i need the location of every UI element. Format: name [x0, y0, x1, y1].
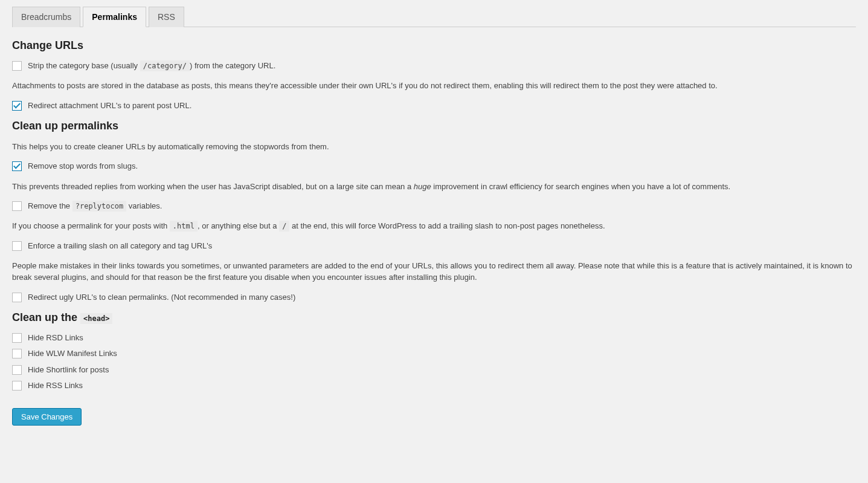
checkbox-hide-rsd[interactable]	[12, 333, 22, 343]
checkbox-hide-wlw[interactable]	[12, 349, 22, 358]
checkbox-hide-shortlink[interactable]	[12, 365, 22, 375]
description-trailing-slash: If you choose a permalink for your posts…	[12, 220, 856, 232]
tab-permalinks[interactable]: Permalinks	[83, 7, 146, 27]
description-stop-words: This helps you to create cleaner URLs by…	[12, 141, 856, 153]
checkbox-strip-category[interactable]	[12, 61, 22, 71]
label-hide-shortlink: Hide Shortlink for posts	[28, 365, 109, 375]
description-redirect-ugly: People make mistakes in their links towa…	[12, 260, 856, 284]
checkbox-stop-words[interactable]	[12, 161, 22, 171]
checkbox-redirect-ugly[interactable]	[12, 293, 22, 302]
tab-rss[interactable]: RSS	[149, 7, 184, 27]
label-strip-category: Strip the category base (usually /catego…	[28, 60, 275, 71]
heading-change-urls: Change URLs	[12, 39, 856, 52]
label-hide-wlw: Hide WLW Manifest Links	[28, 348, 117, 359]
save-changes-button[interactable]: Save Changes	[12, 408, 82, 426]
label-hide-rsd: Hide RSD Links	[28, 332, 83, 343]
section-clean-head: Clean up the <head> Hide RSD Links Hide …	[12, 311, 856, 391]
tab-nav: Breadcrumbs Permalinks RSS	[12, 6, 856, 27]
heading-clean-permalinks: Clean up permalinks	[12, 120, 856, 132]
checkbox-redirect-attachment[interactable]	[12, 101, 22, 111]
label-hide-rss: Hide RSS Links	[28, 380, 83, 391]
label-redirect-attachment: Redirect attachment URL's to parent post…	[28, 100, 191, 111]
label-trailing-slash: Enforce a trailing slash on all category…	[28, 241, 212, 251]
section-clean-permalinks: Clean up permalinks This helps you to cr…	[12, 120, 856, 303]
label-replytocom: Remove the ?replytocom variables.	[28, 201, 162, 212]
section-change-urls: Change URLs Strip the category base (usu…	[12, 39, 856, 111]
description-redirect-attachment: Attachments to posts are stored in the d…	[12, 80, 856, 92]
tab-breadcrumbs[interactable]: Breadcrumbs	[12, 7, 80, 27]
heading-clean-head: Clean up the <head>	[12, 311, 856, 324]
description-replytocom: This prevents threaded replies from work…	[12, 181, 856, 193]
label-stop-words: Remove stop words from slugs.	[28, 161, 138, 172]
checkbox-hide-rss[interactable]	[12, 381, 22, 391]
checkbox-trailing-slash[interactable]	[12, 241, 22, 251]
checkbox-replytocom[interactable]	[12, 201, 22, 211]
label-redirect-ugly: Redirect ugly URL's to clean permalinks.…	[28, 292, 295, 303]
